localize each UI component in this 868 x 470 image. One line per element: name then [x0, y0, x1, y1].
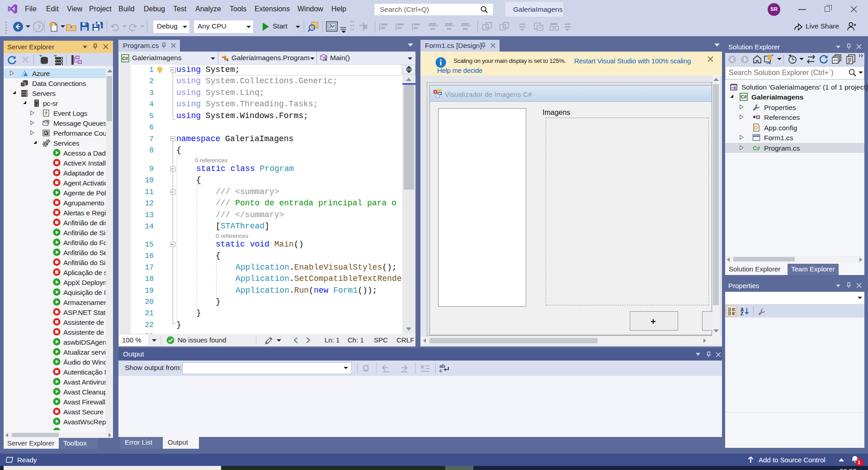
svg-text:C#: C#: [123, 56, 128, 61]
svg-text:c: c: [439, 368, 442, 373]
svg-text:C#: C#: [753, 145, 760, 152]
svg-text:C#: C#: [741, 95, 747, 100]
svg-text:Z: Z: [741, 311, 743, 316]
